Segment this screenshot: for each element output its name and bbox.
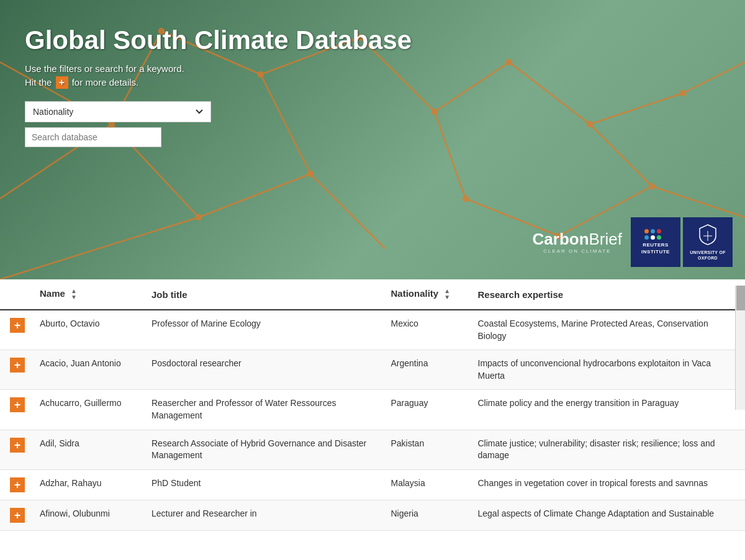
name-col-header[interactable]: Name ▲▼: [30, 279, 142, 310]
job-title-cell: Reasercher and Professor of Water Ressou…: [142, 390, 381, 430]
nationality-dropdown[interactable]: Nationality Afghanistan Argentina Brazil…: [25, 101, 211, 122]
table-header: Name ▲▼ Job title Nationality ▲▼ Researc…: [0, 279, 745, 310]
expand-cell: +: [0, 350, 30, 390]
svg-line-9: [310, 174, 385, 248]
last-name: Acacio: [40, 358, 66, 368]
search-input[interactable]: [25, 127, 161, 147]
last-name: Afinowi: [40, 508, 68, 518]
carbonbrief-name: Carbon: [533, 230, 589, 248]
name-cell: Aburto, Octavio: [30, 310, 142, 350]
expertise-cell: Changes in vegetation cover in tropical …: [468, 469, 746, 500]
hero-title: Global South Climate Database: [25, 25, 720, 56]
carbonbrief-name-2: Brief: [589, 230, 622, 248]
last-name: Achucarro: [40, 398, 79, 408]
first-name: , Rahayu: [67, 478, 102, 488]
carbonbrief-logo: CarbonBrief CLEAR ON CLIMATE: [533, 230, 622, 254]
expertise-cell: Impacts of unconvencional hydrocarbons e…: [468, 350, 746, 390]
oxford-university-text: UNIVERSITY OF: [690, 250, 725, 255]
first-name: , Juan Antonio: [66, 358, 121, 368]
nationality-cell: Malaysia: [381, 469, 468, 500]
name-cell: Adil, Sidra: [30, 430, 142, 469]
table-row: +Adzhar, RahayuPhD StudentMalaysiaChange…: [0, 469, 745, 500]
expertise-col-header: Research expertise: [468, 279, 746, 310]
expand-col-header: [0, 279, 30, 310]
expertise-cell: Climate policy and the energy transition…: [468, 390, 746, 430]
nationality-cell: Nigeria: [381, 500, 468, 530]
results-table: Name ▲▼ Job title Nationality ▲▼ Researc…: [0, 279, 745, 531]
name-cell: Achucarro, Guillermo: [30, 390, 142, 430]
table-row: +Achucarro, GuillermoReasercher and Prof…: [0, 390, 745, 430]
nationality-sort-arrows: ▲▼: [444, 288, 450, 300]
nationality-cell: Argentina: [381, 350, 468, 390]
svg-point-21: [196, 215, 201, 220]
expand-button[interactable]: +: [10, 438, 25, 453]
expand-cell: +: [0, 500, 30, 530]
table-container: Name ▲▼ Job title Nationality ▲▼ Researc…: [0, 279, 745, 531]
expertise-header-label: Research expertise: [478, 289, 564, 300]
carbonbrief-tagline: CLEAR ON CLIMATE: [533, 248, 622, 254]
first-name: , Olubunmi: [68, 508, 110, 518]
results-table-section: Name ▲▼ Job title Nationality ▲▼ Researc…: [0, 279, 745, 531]
name-header-label: Name: [40, 288, 65, 299]
expand-button[interactable]: +: [10, 397, 25, 412]
first-name: , Octavio: [65, 318, 99, 328]
table-body: +Aburto, OctavioProfessor of Marine Ecol…: [0, 310, 745, 530]
job-title-cell: Posdoctoral researcher: [142, 350, 381, 390]
expand-button[interactable]: +: [10, 358, 25, 373]
reuters-institute-logo: REUTERS INSTITUTE: [631, 217, 680, 267]
name-cell: Adzhar, Rahayu: [30, 469, 142, 500]
first-name: , Guillermo: [79, 398, 122, 408]
last-name: Adil: [40, 438, 54, 448]
nationality-cell: Pakistan: [381, 430, 468, 469]
job-title-cell: PhD Student: [142, 469, 381, 500]
expand-cell: +: [0, 390, 30, 430]
hero-subtitle-2: Hit the + for more details.: [25, 76, 720, 89]
last-name: Aburto: [40, 318, 65, 328]
nationality-col-header[interactable]: Nationality ▲▼: [381, 279, 468, 310]
nationality-header-label: Nationality: [391, 288, 439, 299]
subtitle-hit-text: Hit the: [25, 77, 52, 88]
expand-button[interactable]: +: [10, 508, 25, 523]
subtitle-end-text: for more details.: [72, 77, 139, 88]
expand-cell: +: [0, 430, 30, 469]
table-row: +Afinowi, OlubunmiLecturer and Researche…: [0, 500, 745, 530]
job-title-cell: Lecturer and Researcher in: [142, 500, 381, 530]
table-row: +Aburto, OctavioProfessor of Marine Ecol…: [0, 310, 745, 350]
oxford-logo: UNIVERSITY OF OXFORD: [683, 217, 733, 267]
expand-cell: +: [0, 469, 30, 500]
name-sort-arrows: ▲▼: [71, 288, 77, 300]
reuters-label: REUTERS INSTITUTE: [637, 242, 674, 255]
jobtitle-col-header: Job title: [142, 279, 381, 310]
svg-line-8: [0, 217, 199, 279]
expand-button[interactable]: +: [10, 477, 25, 492]
svg-point-31: [649, 184, 654, 189]
table-row: +Adil, SidraResearch Associate of Hybrid…: [0, 430, 745, 469]
last-name: Adzhar: [40, 478, 67, 488]
job-title-cell: Professor of Marine Ecology: [142, 310, 381, 350]
hero-filters: Nationality Afghanistan Argentina Brazil…: [25, 101, 720, 147]
scrollbar[interactable]: [735, 286, 745, 410]
name-cell: Acacio, Juan Antonio: [30, 350, 142, 390]
expand-cell: +: [0, 310, 30, 350]
expertise-cell: Legal aspects of Climate Change Adaptati…: [468, 500, 746, 530]
oxford-shield-icon: [698, 224, 717, 247]
name-cell: Afinowi, Olubunmi: [30, 500, 142, 530]
scroll-thumb[interactable]: [736, 286, 745, 310]
svg-line-16: [652, 186, 745, 217]
svg-line-2: [199, 174, 310, 217]
oxford-label: UNIVERSITY OF OXFORD: [690, 250, 725, 261]
expertise-cell: Climate justice; vulnerability; disaster…: [468, 430, 746, 469]
nationality-cell: Paraguay: [381, 390, 468, 430]
oxford-text: OXFORD: [698, 256, 718, 260]
expand-button[interactable]: +: [10, 318, 25, 333]
job-title-cell: Research Associate of Hybrid Governance …: [142, 430, 381, 469]
svg-point-28: [463, 196, 468, 201]
table-header-row: Name ▲▼ Job title Nationality ▲▼ Researc…: [0, 279, 745, 310]
nationality-cell: Mexico: [381, 310, 468, 350]
table-row: +Acacio, Juan AntonioPosdoctoral researc…: [0, 350, 745, 390]
hero-content: Global South Climate Database Use the fi…: [0, 0, 745, 172]
hero-banner: Global South Climate Database Use the fi…: [0, 0, 745, 279]
jobtitle-header-label: Job title: [151, 289, 187, 300]
hero-subtitle-1: Use the filters or search for a keyword.: [25, 63, 720, 74]
plus-icon-inline: +: [56, 76, 68, 89]
